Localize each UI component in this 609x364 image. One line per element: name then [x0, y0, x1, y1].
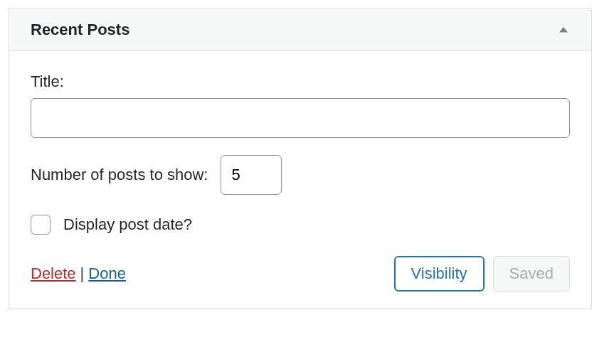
widget-title: Recent Posts	[31, 21, 129, 39]
widget-body: Title: Number of posts to show: Display …	[9, 51, 591, 309]
display-date-label[interactable]: Display post date?	[63, 215, 192, 234]
widget-header[interactable]: Recent Posts	[9, 9, 591, 51]
title-label: Title:	[31, 73, 570, 91]
saved-button: Saved	[493, 256, 570, 291]
display-date-checkbox[interactable]	[31, 215, 51, 235]
posts-count-label: Number of posts to show:	[31, 166, 208, 184]
widget-footer: Delete | Done Visibility Saved	[31, 256, 570, 291]
widget-container: Recent Posts Title: Number of posts to s…	[9, 9, 592, 309]
done-link[interactable]: Done	[88, 264, 126, 283]
footer-left: Delete | Done	[31, 264, 126, 283]
display-date-field: Display post date?	[31, 215, 570, 235]
separator: |	[80, 264, 85, 283]
posts-count-input[interactable]	[221, 155, 282, 195]
footer-right: Visibility Saved	[394, 256, 570, 291]
visibility-button[interactable]: Visibility	[394, 256, 484, 291]
collapse-icon	[557, 23, 570, 38]
title-input[interactable]	[31, 98, 570, 138]
title-field: Title:	[31, 73, 570, 138]
posts-count-field: Number of posts to show:	[31, 155, 570, 195]
delete-link[interactable]: Delete	[31, 264, 76, 283]
